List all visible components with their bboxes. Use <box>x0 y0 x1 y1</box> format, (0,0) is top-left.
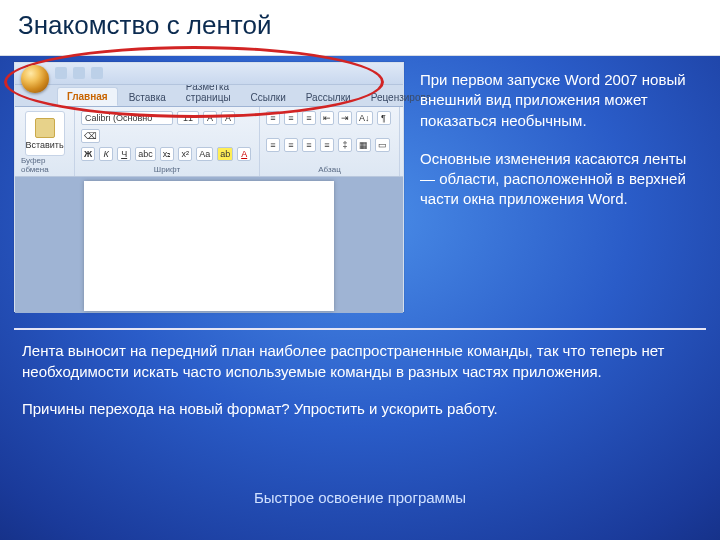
group-paragraph: ≡ ≡ ≡ ⇤ ⇥ A↓ ¶ ≡ ≡ ≡ ≡ ‡ ▦ <box>260 107 400 176</box>
illustration: Главная Вставка Разметка страницы Ссылки… <box>14 62 404 312</box>
spacing-icon: ‡ <box>338 138 352 152</box>
align-center-icon: ≡ <box>284 138 298 152</box>
ribbon: Вставить Буфер обмена Calibri (Основно 1… <box>15 107 403 177</box>
paste-button: Вставить <box>25 111 65 156</box>
shading-icon: ▦ <box>356 138 371 152</box>
tab-insert: Вставка <box>120 89 175 106</box>
multilevel-icon: ≡ <box>302 111 316 125</box>
borders-icon: ▭ <box>375 138 390 152</box>
document-page <box>84 181 334 311</box>
clear-format-icon: ⌫ <box>81 129 100 143</box>
shrink-font-icon: A <box>221 111 235 125</box>
word-window: Главная Вставка Разметка страницы Ссылки… <box>14 62 404 312</box>
para-controls-1: ≡ ≡ ≡ ⇤ ⇥ A↓ ¶ <box>266 111 393 125</box>
underline-icon: Ч <box>117 147 131 161</box>
para-controls-2: ≡ ≡ ≡ ≡ ‡ ▦ ▭ <box>266 138 393 152</box>
content-row: Главная Вставка Разметка страницы Ссылки… <box>0 56 720 322</box>
title-bar <box>15 63 403 85</box>
bottom-p1: Лента выносит на передний план наиболее … <box>22 340 698 382</box>
font-size: 11 <box>177 111 199 125</box>
bottom-text: Лента выносит на передний план наиболее … <box>0 330 720 419</box>
numbering-icon: ≡ <box>284 111 298 125</box>
align-left-icon: ≡ <box>266 138 280 152</box>
bullets-icon: ≡ <box>266 111 280 125</box>
side-text: При первом запуске Word 2007 новый внешн… <box>420 62 706 312</box>
footer-text: Быстрое освоение программы <box>0 489 720 506</box>
grow-font-icon: A <box>203 111 217 125</box>
strike-icon: abc <box>135 147 156 161</box>
bottom-p2: Причины перехода на новый формат? Упрост… <box>22 398 698 419</box>
font-controls-2: Ж К Ч abc x₂ x² Aa ab A <box>81 147 253 161</box>
font-controls: Calibri (Основно 11 A A ⌫ <box>81 111 253 143</box>
bold-icon: Ж <box>81 147 95 161</box>
highlight-icon: ab <box>217 147 233 161</box>
office-button-icon <box>21 65 49 93</box>
outdent-icon: ⇤ <box>320 111 334 125</box>
ribbon-tabs: Главная Вставка Разметка страницы Ссылки… <box>15 85 403 107</box>
indent-icon: ⇥ <box>338 111 352 125</box>
paste-label: Вставить <box>25 140 63 150</box>
italic-icon: К <box>99 147 113 161</box>
font-label: Шрифт <box>154 165 180 174</box>
tab-mail: Рассылки <box>297 89 360 106</box>
font-color-icon: A <box>237 147 251 161</box>
subscript-icon: x₂ <box>160 147 175 161</box>
clipboard-label: Буфер обмена <box>21 156 68 174</box>
justify-icon: ≡ <box>320 138 334 152</box>
document-area <box>15 177 403 313</box>
quick-access-toolbar <box>55 67 103 79</box>
para-label: Абзац <box>318 165 340 174</box>
pilcrow-icon: ¶ <box>377 111 391 125</box>
page-title: Знакомство с лентой <box>0 0 720 56</box>
group-clipboard: Вставить Буфер обмена <box>15 107 75 176</box>
group-font: Calibri (Основно 11 A A ⌫ Ж К Ч abc x₂ x… <box>75 107 260 176</box>
align-right-icon: ≡ <box>302 138 316 152</box>
tab-home: Главная <box>57 87 118 106</box>
side-p2: Основные изменения касаются ленты — обла… <box>420 149 700 210</box>
superscript-icon: x² <box>178 147 192 161</box>
paste-icon <box>35 118 55 138</box>
side-p1: При первом запуске Word 2007 новый внешн… <box>420 70 700 131</box>
tab-refs: Ссылки <box>242 89 295 106</box>
font-name: Calibri (Основно <box>81 111 173 125</box>
sort-icon: A↓ <box>356 111 373 125</box>
case-icon: Aa <box>196 147 213 161</box>
